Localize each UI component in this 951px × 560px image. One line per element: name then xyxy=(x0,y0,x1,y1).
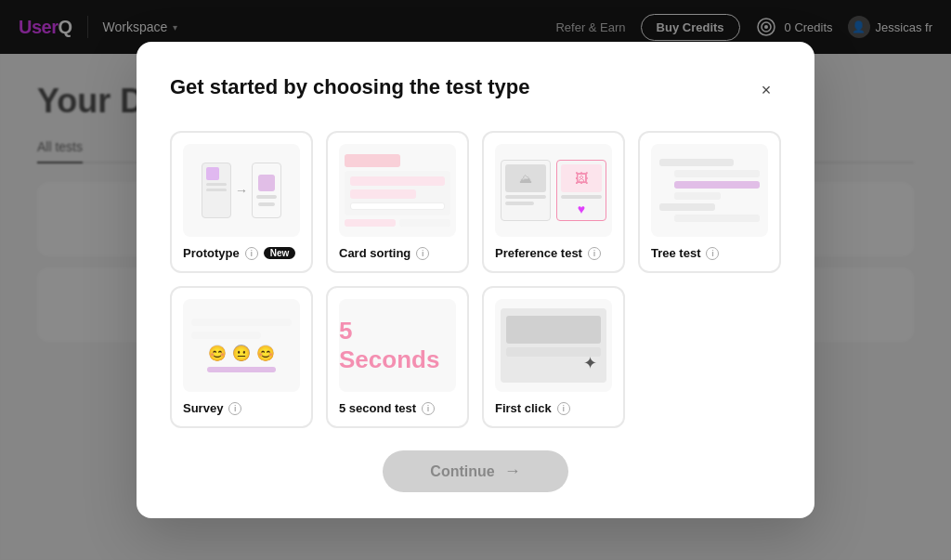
modal-header: Get started by choosing the test type × xyxy=(170,75,781,105)
prototype-label-text: Prototype xyxy=(183,246,240,260)
new-badge: New xyxy=(264,247,296,259)
test-type-modal: Get started by choosing the test type × … xyxy=(137,42,814,518)
card-sorting-label-text: Card sorting xyxy=(339,246,410,260)
pref-screen-left: ⛰ xyxy=(501,160,551,221)
test-card-survey[interactable]: 😊 😐 😊 Survey i xyxy=(170,286,313,428)
five-sec-text: 5 Seconds xyxy=(339,317,456,374)
tree-test-info-icon[interactable]: i xyxy=(706,247,719,260)
modal-title: Get started by choosing the test type xyxy=(170,75,530,99)
survey-label: Survey i xyxy=(183,401,300,415)
heart-icon: ♥ xyxy=(561,202,602,216)
preference-test-label: Preference test i xyxy=(495,246,612,260)
card-sorting-image xyxy=(339,144,456,237)
survey-slider xyxy=(207,367,277,372)
preference-test-image: ⛰ 🖼 ♥ xyxy=(495,144,612,237)
survey-radio-1: 😊 xyxy=(209,345,226,361)
5-second-test-image: 5 Seconds xyxy=(339,299,456,392)
survey-radio-3: 😊 xyxy=(257,345,274,361)
tree-test-label-text: Tree test xyxy=(651,246,700,260)
5-second-test-label-text: 5 second test xyxy=(339,401,416,415)
test-card-prototype[interactable]: → Prototype i New xyxy=(170,131,313,273)
continue-arrow-icon: → xyxy=(504,462,521,481)
test-card-5-second-test[interactable]: 5 Seconds 5 second test i xyxy=(326,286,469,428)
5-second-test-info-icon[interactable]: i xyxy=(422,402,435,415)
first-click-label: First click i xyxy=(495,401,612,415)
card-sorting-label: Card sorting i xyxy=(339,246,456,260)
survey-radio-2: 😐 xyxy=(233,345,250,361)
continue-button[interactable]: Continue → xyxy=(383,450,568,492)
prototype-label: Prototype i New xyxy=(183,246,300,260)
test-type-grid: → Prototype i New xyxy=(170,131,781,428)
test-card-first-click[interactable]: ✦ First click i xyxy=(482,286,625,428)
survey-image: 😊 😐 😊 xyxy=(183,299,300,392)
test-card-preference-test[interactable]: ⛰ 🖼 ♥ xyxy=(482,131,625,273)
modal-close-button[interactable]: × xyxy=(751,75,781,105)
tree-test-image xyxy=(651,144,768,237)
card-sorting-info-icon[interactable]: i xyxy=(416,247,429,260)
tree-test-label: Tree test i xyxy=(651,246,768,260)
survey-radio-row: 😊 😐 😊 xyxy=(191,345,291,361)
pref-screen-right: 🖼 ♥ xyxy=(556,160,606,221)
survey-label-text: Survey xyxy=(183,401,223,415)
close-icon: × xyxy=(762,81,772,100)
cursor-icon: ✦ xyxy=(583,353,597,373)
first-click-label-text: First click xyxy=(495,401,552,415)
continue-label: Continue xyxy=(430,463,494,480)
test-card-tree-test[interactable]: Tree test i xyxy=(638,131,781,273)
first-click-info-icon[interactable]: i xyxy=(557,402,570,415)
prototype-info-icon[interactable]: i xyxy=(245,247,258,260)
preference-test-info-icon[interactable]: i xyxy=(588,247,601,260)
fc-screen: ✦ xyxy=(501,308,606,383)
arrow-icon: → xyxy=(235,183,248,198)
prototype-image: → xyxy=(183,144,300,237)
survey-info-icon[interactable]: i xyxy=(228,402,241,415)
first-click-image: ✦ xyxy=(495,299,612,392)
modal-overlay[interactable]: Get started by choosing the test type × … xyxy=(0,0,951,560)
preference-test-label-text: Preference test xyxy=(495,246,582,260)
modal-footer: Continue → xyxy=(170,450,781,492)
5-second-test-label: 5 second test i xyxy=(339,401,456,415)
test-card-card-sorting[interactable]: Card sorting i xyxy=(326,131,469,273)
